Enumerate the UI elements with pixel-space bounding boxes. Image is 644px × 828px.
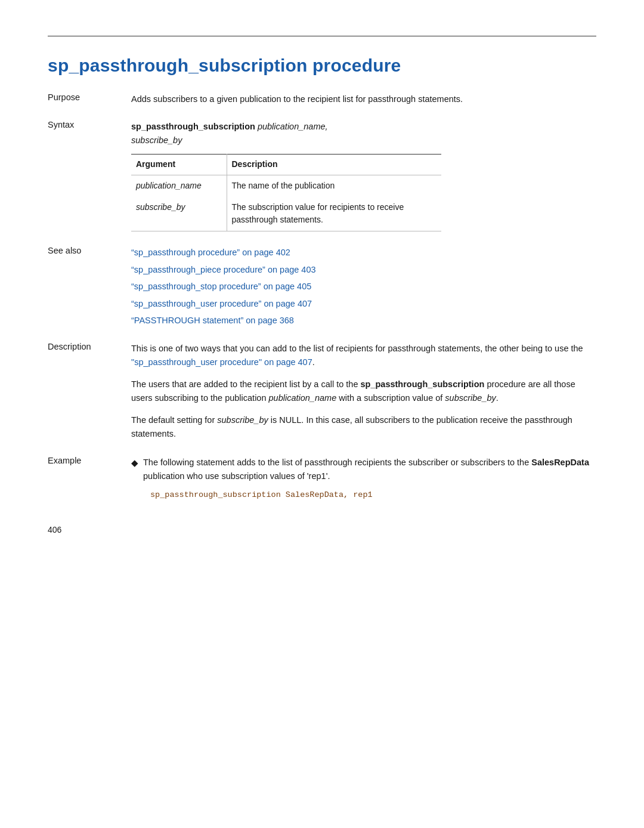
description-link-1[interactable]: "sp_passthrough_user procedure" on page … xyxy=(131,357,312,367)
page: sp_passthrough_subscription procedure Pu… xyxy=(0,0,644,563)
purpose-text: Adds subscribers to a given publication … xyxy=(131,94,463,104)
arguments-table: Argument Description publication_name Th… xyxy=(131,154,441,231)
see-also-link-1[interactable]: “sp_passthrough procedure” on page 402 xyxy=(131,246,596,259)
syntax-second-line: subscribe_by xyxy=(131,135,182,145)
description-para-1: This is one of two ways that you can add… xyxy=(131,342,596,369)
purpose-content: Adds subscribers to a given publication … xyxy=(131,92,596,120)
desc-italic-1: publication_name xyxy=(269,393,337,403)
args-header-row: Argument Description xyxy=(131,155,441,175)
see-also-links: “sp_passthrough procedure” on page 402 “… xyxy=(131,246,596,327)
syntax-content: sp_passthrough_subscription publication_… xyxy=(131,120,596,246)
top-rule xyxy=(48,36,596,36)
example-label: Example xyxy=(48,456,131,516)
purpose-label: Purpose xyxy=(48,92,131,120)
arg-cell-2: subscribe_by xyxy=(131,197,227,231)
syntax-label: Syntax xyxy=(48,120,131,246)
example-row: Example ◆ The following statement adds t… xyxy=(48,456,596,516)
desc-italic-2: subscribe_by xyxy=(445,393,496,403)
desc-cell-2: The subscription value for recipients to… xyxy=(227,197,441,231)
example-bold: SalesRepData xyxy=(531,458,589,467)
table-row: subscribe_by The subscription value for … xyxy=(131,197,441,231)
syntax-italic: publication_name, xyxy=(258,122,328,131)
desc-italic-3: subscribe_by xyxy=(217,415,268,425)
description-row: Description This is one of two ways that… xyxy=(48,342,596,456)
bullet-icon: ◆ xyxy=(131,456,138,470)
page-number: 406 xyxy=(48,525,61,535)
example-bullet: ◆ The following statement adds to the li… xyxy=(131,456,596,483)
desc-bold-1: sp_passthrough_subscription xyxy=(360,379,484,389)
content-table: Purpose Adds subscribers to a given publ… xyxy=(48,92,596,515)
table-row: publication_name The name of the publica… xyxy=(131,175,441,197)
see-also-link-3[interactable]: “sp_passthrough_stop procedure” on page … xyxy=(131,280,596,293)
syntax-bold: sp_passthrough_subscription xyxy=(131,122,255,131)
example-bullet-text: The following statement adds to the list… xyxy=(143,456,596,483)
see-also-link-4[interactable]: “sp_passthrough_user procedure” on page … xyxy=(131,297,596,310)
description-para-3: The default setting for subscribe_by is … xyxy=(131,413,596,441)
example-content: ◆ The following statement adds to the li… xyxy=(131,456,596,516)
arg-cell-1: publication_name xyxy=(131,175,227,197)
syntax-row: Syntax sp_passthrough_subscription publi… xyxy=(48,120,596,246)
arg-col-header: Argument xyxy=(131,155,227,175)
page-title: sp_passthrough_subscription procedure xyxy=(48,55,596,76)
example-code: sp_passthrough_subscription SalesRepData… xyxy=(150,489,596,501)
see-also-link-5[interactable]: “PASSTHROUGH statement” on page 368 xyxy=(131,314,596,327)
see-also-content: “sp_passthrough procedure” on page 402 “… xyxy=(131,246,596,341)
description-label: Description xyxy=(48,342,131,456)
description-content: This is one of two ways that you can add… xyxy=(131,342,596,456)
desc-col-header: Description xyxy=(227,155,441,175)
see-also-row: See also “sp_passthrough procedure” on p… xyxy=(48,246,596,341)
see-also-label: See also xyxy=(48,246,131,341)
description-para-2: The users that are added to the recipien… xyxy=(131,378,596,405)
purpose-row: Purpose Adds subscribers to a given publ… xyxy=(48,92,596,120)
desc-cell-1: The name of the publication xyxy=(227,175,441,197)
see-also-link-2[interactable]: “sp_passthrough_piece procedure” on page… xyxy=(131,263,596,276)
